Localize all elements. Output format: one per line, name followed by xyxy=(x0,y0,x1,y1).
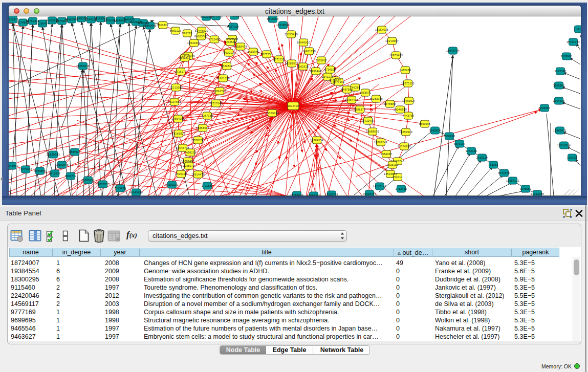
svg-text:71863740: 71863740 xyxy=(213,90,226,93)
svg-text:66589478: 66589478 xyxy=(234,45,247,48)
svg-text:7386372: 7386372 xyxy=(354,108,366,111)
svg-text:116753: 116753 xyxy=(567,156,577,159)
svg-text:13353594: 13353594 xyxy=(196,126,209,129)
svg-text:9084067: 9084067 xyxy=(381,152,393,156)
svg-text:2718170: 2718170 xyxy=(175,70,187,73)
svg-text:51446020: 51446020 xyxy=(195,29,208,32)
svg-text:10107553: 10107553 xyxy=(168,100,181,103)
svg-text:16154038: 16154038 xyxy=(375,28,388,31)
svg-text:17016504: 17016504 xyxy=(557,144,571,147)
svg-text:18807249: 18807249 xyxy=(374,141,387,144)
svg-text:19592648: 19592648 xyxy=(55,163,69,166)
svg-text:746266: 746266 xyxy=(350,86,360,89)
svg-text:0784853: 0784853 xyxy=(34,169,46,172)
svg-text:59470900: 59470900 xyxy=(209,16,223,18)
svg-text:18640910: 18640910 xyxy=(297,41,310,44)
svg-text:1615132: 1615132 xyxy=(387,163,399,166)
svg-text:13325419: 13325419 xyxy=(285,33,298,36)
svg-text:96043498: 96043498 xyxy=(129,191,143,194)
svg-text:47499525: 47499525 xyxy=(228,16,241,17)
svg-text:9474444: 9474444 xyxy=(466,149,477,152)
svg-text:10973493: 10973493 xyxy=(389,54,403,57)
svg-text:12975115: 12975115 xyxy=(401,82,415,85)
svg-text:1872400: 1872400 xyxy=(288,104,299,107)
svg-text:10654122: 10654122 xyxy=(506,179,519,182)
svg-text:2071153: 2071153 xyxy=(273,58,285,61)
svg-text:1028070: 1028070 xyxy=(183,164,195,167)
svg-text:111: 111 xyxy=(577,28,581,31)
svg-text:5878352: 5878352 xyxy=(192,139,204,142)
svg-text:51061326: 51061326 xyxy=(216,77,230,80)
svg-text:8733830: 8733830 xyxy=(221,64,233,68)
svg-text:23046509: 23046509 xyxy=(394,108,407,111)
svg-text:1244415: 1244415 xyxy=(553,99,565,102)
svg-text:20053346: 20053346 xyxy=(76,64,90,68)
svg-text:3615941: 3615941 xyxy=(248,50,259,53)
svg-text:25300243: 25300243 xyxy=(266,112,279,115)
svg-text:09605756: 09605756 xyxy=(363,192,376,195)
svg-text:9329966: 9329966 xyxy=(561,55,573,58)
svg-text:1209382: 1209382 xyxy=(553,84,565,87)
svg-text:84850695: 84850695 xyxy=(143,24,157,27)
svg-text:19654985: 19654985 xyxy=(171,117,185,120)
svg-text:15720407: 15720407 xyxy=(361,119,375,122)
svg-text:1341176: 1341176 xyxy=(322,75,333,78)
svg-text:891295: 891295 xyxy=(182,32,192,35)
svg-text:16648784: 16648784 xyxy=(446,49,460,52)
svg-text:8813054: 8813054 xyxy=(267,17,279,20)
svg-text:21539743: 21539743 xyxy=(47,153,60,156)
svg-text:9077550: 9077550 xyxy=(261,53,273,56)
svg-text:7955812: 7955812 xyxy=(316,59,328,62)
svg-text:9413008: 9413008 xyxy=(49,172,61,175)
svg-text:8990448: 8990448 xyxy=(310,70,322,73)
svg-text:5498222: 5498222 xyxy=(185,151,197,154)
svg-text:252214: 252214 xyxy=(393,176,402,179)
svg-text:75646960: 75646960 xyxy=(9,164,18,167)
svg-text:7625402: 7625402 xyxy=(176,172,187,176)
svg-text:763261: 763261 xyxy=(488,163,498,166)
svg-text:15751074: 15751074 xyxy=(567,40,580,43)
svg-text:10756928: 10756928 xyxy=(398,145,411,148)
svg-text:14136141: 14136141 xyxy=(373,185,386,188)
svg-text:9245652: 9245652 xyxy=(520,187,532,190)
svg-text:10046738: 10046738 xyxy=(176,146,189,149)
svg-text:8215956: 8215956 xyxy=(539,106,551,110)
svg-text:7563822: 7563822 xyxy=(157,24,169,27)
svg-text:19463627: 19463627 xyxy=(402,99,416,102)
svg-text:24870533: 24870533 xyxy=(96,183,110,186)
svg-text:5053671: 5053671 xyxy=(360,91,372,94)
svg-text:92243298: 92243298 xyxy=(531,192,544,195)
svg-text:19384554: 19384554 xyxy=(310,139,323,142)
svg-text:84385567: 84385567 xyxy=(194,35,208,38)
svg-text:19654923: 19654923 xyxy=(399,130,412,134)
svg-text:1362615: 1362615 xyxy=(297,65,309,68)
svg-text:1701887: 1701887 xyxy=(202,184,213,187)
svg-text:16961758: 16961758 xyxy=(302,50,316,53)
svg-text:0593817: 0593817 xyxy=(179,56,191,59)
svg-text:1733426: 1733426 xyxy=(396,187,407,190)
svg-text:15992971: 15992971 xyxy=(553,129,567,132)
svg-text:7357224: 7357224 xyxy=(228,25,239,28)
svg-text:9234540: 9234540 xyxy=(225,40,236,43)
svg-text:70930137: 70930137 xyxy=(222,51,235,54)
svg-text:10543362: 10543362 xyxy=(187,41,201,45)
svg-text:9777169: 9777169 xyxy=(333,80,345,83)
svg-text:20364436: 20364436 xyxy=(345,98,358,101)
svg-text:54289670: 54289670 xyxy=(285,62,298,65)
svg-text:8938923: 8938923 xyxy=(444,135,455,138)
svg-text:14914479: 14914479 xyxy=(191,173,205,176)
svg-text:9227343: 9227343 xyxy=(555,70,567,73)
svg-text:8471676: 8471676 xyxy=(498,171,510,174)
svg-text:30886091: 30886091 xyxy=(81,179,95,182)
svg-text:19166825: 19166825 xyxy=(172,132,185,135)
svg-text:0835924: 0835924 xyxy=(69,150,81,154)
svg-text:2935114: 2935114 xyxy=(476,156,488,159)
svg-text:5712491: 5712491 xyxy=(209,38,221,41)
svg-text:12213382: 12213382 xyxy=(169,86,183,89)
svg-text:6734028: 6734028 xyxy=(324,68,336,71)
svg-text:3267130: 3267130 xyxy=(202,114,213,117)
svg-text:8660124: 8660124 xyxy=(170,29,182,32)
svg-text:23079868: 23079868 xyxy=(19,168,32,171)
svg-text:01290404: 01290404 xyxy=(36,22,49,25)
svg-text:9699695: 9699695 xyxy=(419,122,431,125)
